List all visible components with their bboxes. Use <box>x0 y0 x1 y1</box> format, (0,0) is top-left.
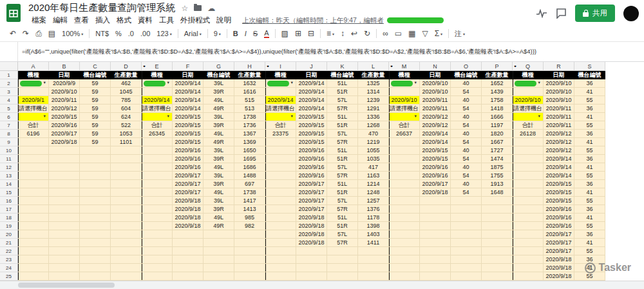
cell-Q15[interactable] <box>513 188 544 197</box>
cell-I2[interactable]: ▼ <box>265 79 296 88</box>
cell-A15[interactable] <box>18 188 49 197</box>
cell-F11[interactable]: 2020/9/16 <box>173 155 204 163</box>
cell-O17[interactable] <box>451 205 482 214</box>
cell-K11[interactable]: 51R <box>327 155 358 163</box>
cell-B25[interactable] <box>49 272 80 281</box>
cell-J2[interactable]: 2020/9/14 <box>296 79 327 88</box>
cell-M8[interactable]: 26637 <box>389 130 420 138</box>
cell-N3[interactable]: 2020/9/10 <box>420 88 451 96</box>
cell-N17[interactable] <box>420 205 451 214</box>
cell-E10[interactable] <box>142 146 173 155</box>
cell-B16[interactable] <box>49 197 80 205</box>
menu-item[interactable]: 外掛程式 <box>177 15 213 25</box>
cell-F12[interactable]: 2020/9/16 <box>173 163 204 172</box>
cell-E18[interactable] <box>142 214 173 222</box>
cell-R16[interactable]: 2020/9/15 <box>544 197 574 205</box>
cell-N2[interactable]: 2020/9/10 <box>420 79 451 88</box>
cell-A21[interactable] <box>18 239 49 247</box>
cell-L7[interactable]: 1268 <box>358 121 389 130</box>
row-header-18[interactable]: 18 <box>0 214 18 222</box>
cell-G4[interactable]: 49L <box>204 96 234 105</box>
cell-C2[interactable]: 59 <box>80 79 111 88</box>
cell-P14[interactable]: 1913 <box>482 180 513 188</box>
cell-B3[interactable]: 2020/9/10 <box>49 88 80 96</box>
cell-N16[interactable] <box>420 197 451 205</box>
cell-P17[interactable] <box>482 205 513 214</box>
cell-R10[interactable]: 2020/9/12 <box>544 146 574 155</box>
cell-D6[interactable]: 624 <box>111 113 142 121</box>
cell-M9[interactable] <box>389 138 420 146</box>
row-header-17[interactable]: 17 <box>0 205 18 214</box>
cell-A4[interactable]: 2020/9/1 <box>18 96 49 105</box>
cell-L16[interactable]: 1257 <box>358 197 389 205</box>
cell-D20[interactable] <box>111 230 142 239</box>
cell-N19[interactable] <box>420 222 451 230</box>
cell-S17[interactable]: 36 <box>574 205 605 214</box>
cell-F25[interactable] <box>173 272 204 281</box>
cell-K25[interactable] <box>327 272 358 281</box>
cell-H3[interactable]: 1616 <box>234 88 265 96</box>
cell-N1[interactable]: 日期 <box>420 71 451 79</box>
menu-item[interactable]: 資料 <box>135 15 156 25</box>
cell-A7[interactable]: 合計 <box>18 121 49 130</box>
cell-A1[interactable]: 機種 <box>18 71 49 79</box>
cell-K17[interactable]: 57R <box>327 205 358 214</box>
cell-B4[interactable]: 2020/9/11 <box>49 96 80 105</box>
cell-M1[interactable]: 機種 <box>389 71 420 79</box>
cell-C15[interactable] <box>80 188 111 197</box>
cell-B9[interactable]: 2020/9/18 <box>49 138 80 146</box>
cell-C10[interactable] <box>80 146 111 155</box>
cell-C5[interactable]: 59 <box>80 105 111 113</box>
cell-K24[interactable] <box>327 264 358 272</box>
cell-D14[interactable] <box>111 180 142 188</box>
cell-B6[interactable]: 2020/9/15 <box>49 113 80 121</box>
cell-P15[interactable]: 1648 <box>482 188 513 197</box>
cell-I5[interactable]: 請選擇機台 <box>265 105 296 113</box>
cell-O6[interactable]: 40 <box>451 113 482 121</box>
cell-D8[interactable]: 1053 <box>111 130 142 138</box>
cell-A17[interactable] <box>18 205 49 214</box>
cell-D11[interactable] <box>111 155 142 163</box>
cell-K7[interactable]: 51R <box>327 121 358 130</box>
cell-K4[interactable]: 57L <box>327 96 358 105</box>
cell-M10[interactable] <box>389 146 420 155</box>
cell-D7[interactable]: 522 <box>111 121 142 130</box>
user-avatar[interactable] <box>623 6 639 21</box>
cell-E16[interactable] <box>142 197 173 205</box>
cell-C7[interactable]: 59 <box>80 121 111 130</box>
cell-D23[interactable] <box>111 255 142 264</box>
cell-H23[interactable] <box>234 255 265 264</box>
dropdown-caret-icon[interactable]: ▼ <box>290 81 294 85</box>
cell-R3[interactable]: 2020/9/10 <box>544 88 574 96</box>
cell-L12[interactable]: 417 <box>358 163 389 172</box>
cell-J17[interactable]: 2020/9/17 <box>296 205 327 214</box>
col-header-A[interactable]: A <box>18 62 49 71</box>
cell-S12[interactable]: 41 <box>574 163 605 172</box>
cell-R1[interactable]: 日期 <box>544 71 574 79</box>
cell-P3[interactable]: 1439 <box>482 88 513 96</box>
name-box[interactable] <box>0 42 18 61</box>
cell-P5[interactable]: 1418 <box>482 105 513 113</box>
cell-G9[interactable]: 49R <box>204 138 234 146</box>
dropdown-caret-icon[interactable]: ▼ <box>290 115 294 119</box>
cell-N9[interactable]: 2020/9/14 <box>420 138 451 146</box>
fill-color-icon[interactable]: ▨ <box>278 27 292 40</box>
cell-H22[interactable] <box>234 247 265 255</box>
cell-D24[interactable] <box>111 264 142 272</box>
cell-C8[interactable]: 59 <box>80 130 111 138</box>
cell-P10[interactable]: 1727 <box>482 146 513 155</box>
cell-F4[interactable]: 2020/9/14 <box>173 96 204 105</box>
cell-M4[interactable]: 2020/9/10 <box>389 96 420 105</box>
cell-F17[interactable]: 2020/9/18 <box>173 205 204 214</box>
cell-L19[interactable]: 1398 <box>358 222 389 230</box>
decrease-decimal-button[interactable]: .0 <box>125 27 137 40</box>
cell-K16[interactable]: 57L <box>327 197 358 205</box>
cell-E21[interactable] <box>142 239 173 247</box>
cell-L1[interactable]: 生產數量 <box>358 71 389 79</box>
cell-I4[interactable]: 2020/9/14 <box>265 96 296 105</box>
cell-O18[interactable] <box>451 214 482 222</box>
row-header-6[interactable]: 6 <box>0 113 18 121</box>
cell-K23[interactable] <box>327 255 358 264</box>
col-header-G[interactable]: G <box>204 62 234 71</box>
cell-R25[interactable]: 2020/9/18 <box>544 272 574 281</box>
